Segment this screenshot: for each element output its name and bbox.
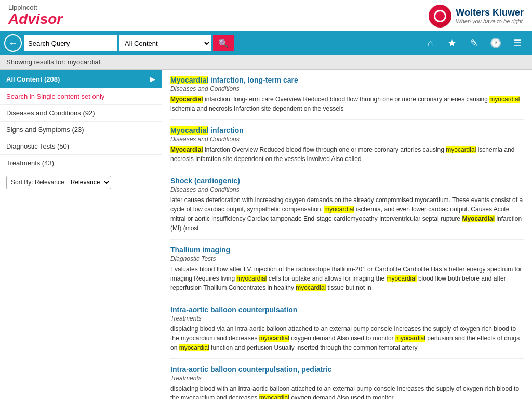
result-snippet: Myocardial infarction, long-term care Ov… xyxy=(170,95,524,113)
wk-company-name: Wolters Kluwer xyxy=(456,7,524,18)
sidebar: All Content (208) ▶ Search in Single con… xyxy=(0,70,162,399)
result-snippet: Myocardial infarction Overview Reduced b… xyxy=(170,145,524,164)
sidebar-item-diagnostic[interactable]: Diagnostic Tests (50) xyxy=(0,138,162,155)
result-item: Myocardial infarction Diseases and Condi… xyxy=(170,120,524,170)
sidebar-all-content[interactable]: All Content (208) ▶ xyxy=(0,70,162,88)
wk-tagline-text: When you have to be right xyxy=(456,18,524,24)
results-text: Showing results for: myocardial. xyxy=(6,58,102,66)
result-item: Shock (cardiogenic) Diseases and Conditi… xyxy=(170,170,524,240)
result-category: Diagnostic Tests xyxy=(170,255,524,262)
sort-select-wrapper[interactable]: Sort By: Relevance Relevance Date Title xyxy=(6,176,111,189)
navbar: ← All Content Diseases and Conditions Si… xyxy=(0,31,532,55)
result-category: Diseases and Conditions xyxy=(170,186,524,193)
wk-logo-icon xyxy=(429,5,451,28)
home-button[interactable]: ⌂ xyxy=(420,33,441,54)
logo-lippincott-text: Lippincott xyxy=(8,4,62,11)
wk-text-block: Wolters Kluwer When you have to be right xyxy=(456,7,524,24)
app-logo: Lippincott Advisor xyxy=(8,4,62,28)
sort-select[interactable]: Relevance Date Title xyxy=(69,176,111,189)
sort-row: Sort By: Relevance Relevance Date Title xyxy=(0,171,162,193)
result-snippet: displacing blood with an intra-aortic ba… xyxy=(170,384,524,399)
result-category: Treatments xyxy=(170,375,524,382)
wk-logo-inner-circle xyxy=(434,10,446,22)
result-title[interactable]: Myocardial infarction xyxy=(170,126,524,135)
app-header: Lippincott Advisor Wolters Kluwer When y… xyxy=(0,0,532,31)
result-snippet: displacing blood via an intra-aortic bal… xyxy=(170,324,524,352)
search-single-link[interactable]: Search in Single content set only xyxy=(0,88,162,105)
result-snippet: Evaluates blood flow after I.V. injectio… xyxy=(170,264,524,292)
results-bar: Showing results for: myocardial. xyxy=(0,55,532,70)
content-filter-select[interactable]: All Content Diseases and Conditions Sign… xyxy=(119,35,211,51)
sort-label: Sort By: Relevance xyxy=(7,177,69,188)
back-button[interactable]: ← xyxy=(4,34,22,52)
chevron-right-icon: ▶ xyxy=(150,75,155,83)
content-area: Myocardial infarction, long-term care Di… xyxy=(162,70,532,399)
main-layout: All Content (208) ▶ Search in Single con… xyxy=(0,70,532,399)
search-button[interactable]: 🔍 xyxy=(213,35,234,51)
sidebar-item-diseases[interactable]: Diseases and Conditions (92) xyxy=(0,105,162,122)
result-title[interactable]: Shock (cardiogenic) xyxy=(170,177,524,185)
wk-logo-area: Wolters Kluwer When you have to be right xyxy=(429,5,524,28)
favorites-button[interactable]: ★ xyxy=(442,33,462,54)
result-item: Intra-aortic balloon counterpulsation, p… xyxy=(170,359,524,399)
result-title[interactable]: Intra-aortic balloon counterpulsation, p… xyxy=(170,365,524,374)
logo-advisor-text: Advisor xyxy=(8,11,62,28)
sidebar-item-signs[interactable]: Signs and Symptoms (23) xyxy=(0,122,162,138)
result-category: Treatments xyxy=(170,315,524,322)
nav-icon-group: ⌂ ★ ✎ 🕐 ☰ xyxy=(420,33,528,54)
search-icon: 🔍 xyxy=(218,38,229,48)
result-category: Diseases and Conditions xyxy=(170,85,524,92)
result-title[interactable]: Intra-aortic balloon counterpulsation xyxy=(170,305,524,314)
result-snippet: later causes deterioration with increasi… xyxy=(170,195,524,233)
sidebar-item-treatments[interactable]: Treatments (43) xyxy=(0,155,162,171)
history-button[interactable]: 🕐 xyxy=(485,33,506,54)
result-category: Diseases and Conditions xyxy=(170,136,524,143)
result-item: Intra-aortic balloon counterpulsation Tr… xyxy=(170,299,524,359)
result-item: Myocardial infarction, long-term care Di… xyxy=(170,70,524,120)
all-content-label: All Content (208) xyxy=(6,75,60,83)
result-title[interactable]: Thallium imaging xyxy=(170,246,524,254)
notes-button[interactable]: ✎ xyxy=(463,33,484,54)
result-title[interactable]: Myocardial infarction, long-term care xyxy=(170,76,524,84)
menu-button[interactable]: ☰ xyxy=(507,33,528,54)
search-input[interactable] xyxy=(24,35,117,51)
result-item: Thallium imaging Diagnostic Tests Evalua… xyxy=(170,240,524,299)
